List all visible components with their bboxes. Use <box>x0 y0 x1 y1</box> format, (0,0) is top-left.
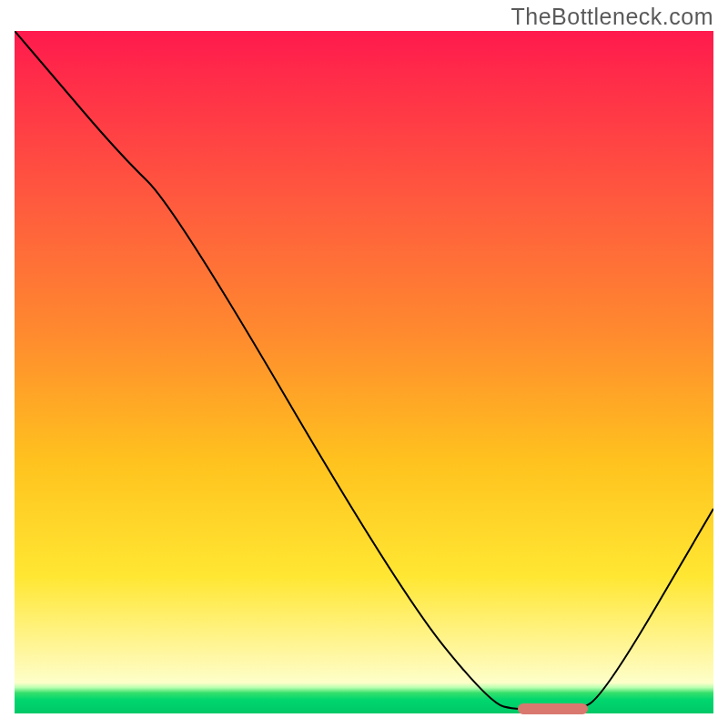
watermark-text: TheBottleneck.com <box>511 4 714 30</box>
optimal-range-marker <box>518 703 588 714</box>
baseline <box>15 713 713 713</box>
chart-container: TheBottleneck.com <box>0 0 728 728</box>
heat-gradient-background <box>15 31 713 713</box>
